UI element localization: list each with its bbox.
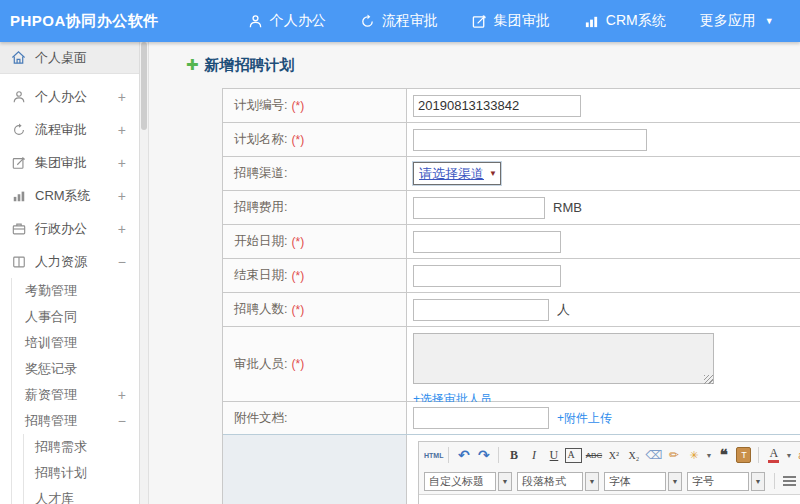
field-label: 招聘渠道: bbox=[223, 157, 407, 190]
sidebar-item-talent-pool[interactable]: 人才库 bbox=[24, 486, 139, 504]
expand-plus-icon[interactable]: + bbox=[118, 156, 126, 170]
sidebar-item-attendance[interactable]: 考勤管理 bbox=[12, 278, 139, 304]
sidebar-submenu-recruit: 招聘需求 招聘计划 人才库 bbox=[23, 434, 139, 504]
caret-down-icon[interactable]: ▼ bbox=[705, 452, 712, 459]
recruit-plan-form: 计划编号: (*) 计划名称: (*) bbox=[222, 88, 800, 504]
sidebar-item-label: 行政办公 bbox=[35, 220, 118, 238]
person-icon bbox=[248, 14, 263, 29]
sidebar-item-label: 集团审批 bbox=[35, 154, 118, 172]
caret-down-icon[interactable]: ▼ bbox=[668, 472, 682, 491]
expand-plus-icon[interactable]: + bbox=[118, 123, 126, 137]
headcount-input[interactable] bbox=[413, 299, 549, 321]
expand-plus-icon[interactable]: + bbox=[118, 388, 126, 402]
top-nav-label: 集团审批 bbox=[494, 12, 550, 30]
sidebar-item-hr-contract[interactable]: 人事合同 bbox=[12, 304, 139, 330]
sidebar-scrollbar[interactable] bbox=[140, 42, 149, 504]
attachment-input[interactable] bbox=[413, 407, 549, 429]
rich-text-editor: HTML ↶ ↷ B I U A ABC X² bbox=[418, 441, 800, 504]
start-date-input[interactable] bbox=[413, 231, 561, 253]
font-family-dropdown[interactable]: 字体 bbox=[604, 472, 666, 491]
caret-down-icon[interactable]: ▼ bbox=[498, 472, 512, 491]
field-cell: 人 bbox=[407, 293, 800, 326]
toolbar-separator bbox=[774, 473, 775, 489]
subscript-icon[interactable]: X₂ bbox=[624, 446, 643, 465]
redo-icon[interactable]: ↷ bbox=[474, 446, 493, 465]
collapse-minus-icon[interactable]: − bbox=[118, 255, 126, 269]
paste-plain-icon[interactable]: T bbox=[734, 446, 753, 465]
process-icon bbox=[10, 123, 27, 137]
plan-number-input[interactable] bbox=[413, 95, 581, 117]
scrollbar-thumb[interactable] bbox=[141, 42, 147, 130]
plan-name-input[interactable] bbox=[413, 129, 647, 151]
collapse-minus-icon[interactable]: − bbox=[118, 414, 126, 428]
sidebar-item-recruit-plan[interactable]: 招聘计划 bbox=[24, 460, 139, 486]
sidebar-item-label: CRM系统 bbox=[35, 187, 118, 205]
field-label: 开始日期: (*) bbox=[223, 225, 407, 258]
form-row-attachment: 附件文档: +附件上传 bbox=[223, 402, 800, 435]
caret-down-icon[interactable]: ▼ bbox=[785, 452, 792, 459]
unit-label: 人 bbox=[557, 301, 570, 319]
blockquote-icon[interactable]: ❝ bbox=[714, 446, 733, 465]
expand-plus-icon[interactable]: + bbox=[118, 189, 126, 203]
sidebar-item-salary[interactable]: 薪资管理 + bbox=[12, 382, 139, 408]
custom-title-dropdown[interactable]: 自定义标题 bbox=[424, 472, 496, 491]
eraser-icon[interactable]: ⌫ bbox=[644, 446, 663, 465]
field-label: 招聘费用: bbox=[223, 191, 407, 224]
sidebar-item-training[interactable]: 培训管理 bbox=[12, 330, 139, 356]
caret-down-icon[interactable]: ▼ bbox=[585, 472, 599, 491]
sidebar-item-reward-punish[interactable]: 奖惩记录 bbox=[12, 356, 139, 382]
expand-plus-icon[interactable]: + bbox=[118, 222, 126, 236]
cost-input[interactable] bbox=[413, 197, 545, 219]
char-border-icon[interactable]: A bbox=[564, 446, 583, 465]
editor-content-area[interactable] bbox=[419, 494, 800, 504]
strikethrough-icon[interactable]: ABC bbox=[584, 446, 603, 465]
resize-grip-icon[interactable] bbox=[704, 375, 713, 384]
sidebar-item-label: 考勤管理 bbox=[25, 282, 126, 300]
format-brush-icon[interactable]: ✏ bbox=[664, 446, 683, 465]
expand-plus-icon[interactable]: + bbox=[118, 90, 126, 104]
approvers-textarea[interactable] bbox=[413, 333, 714, 384]
title-bar: ✚ 新增招聘计划 bbox=[186, 42, 800, 88]
required-marker: (*) bbox=[291, 235, 304, 249]
form-row-channel: 招聘渠道: 请选择渠道 ▼ bbox=[223, 157, 800, 191]
chart-icon bbox=[10, 189, 27, 203]
top-nav-label: 流程审批 bbox=[382, 12, 438, 30]
sidebar-item-group-approval[interactable]: 集团审批 + bbox=[0, 146, 139, 179]
end-date-input[interactable] bbox=[413, 265, 561, 287]
sidebar-item-crm[interactable]: CRM系统 + bbox=[0, 179, 139, 212]
align-left-icon[interactable] bbox=[780, 472, 799, 491]
underline-icon[interactable]: U bbox=[544, 446, 563, 465]
channel-select[interactable]: 请选择渠道 ▼ bbox=[413, 162, 501, 185]
font-color-icon[interactable]: A bbox=[764, 446, 783, 465]
auto-typeset-icon[interactable]: ✳ bbox=[684, 446, 703, 465]
italic-icon[interactable]: I bbox=[524, 446, 543, 465]
caret-down-icon[interactable]: ▼ bbox=[751, 472, 765, 491]
bold-icon[interactable]: B bbox=[504, 446, 523, 465]
field-label: 审批人员: (*) bbox=[223, 327, 407, 401]
field-label: 计划编号: (*) bbox=[223, 89, 407, 122]
field-cell bbox=[407, 123, 800, 156]
font-size-dropdown[interactable]: 字号 bbox=[687, 472, 749, 491]
sidebar-item-label: 培训管理 bbox=[25, 334, 126, 352]
top-nav-personal-office[interactable]: 个人办公 bbox=[231, 12, 343, 30]
undo-icon[interactable]: ↶ bbox=[454, 446, 473, 465]
label-text: 计划编号: bbox=[234, 97, 287, 114]
sidebar-item-hr[interactable]: 人力资源 − bbox=[0, 245, 139, 278]
superscript-icon[interactable]: X² bbox=[604, 446, 623, 465]
sidebar-item-admin-office[interactable]: 行政办公 + bbox=[0, 212, 139, 245]
top-nav-crm[interactable]: CRM系统 bbox=[567, 12, 683, 30]
toolbar-separator bbox=[758, 447, 759, 463]
sidebar-item-process-approval[interactable]: 流程审批 + bbox=[0, 113, 139, 146]
html-source-button[interactable]: HTML bbox=[424, 446, 443, 465]
top-nav-more-apps[interactable]: 更多应用 ▼ bbox=[683, 12, 791, 30]
sidebar-item-desktop[interactable]: 个人桌面 bbox=[0, 42, 139, 74]
sidebar-item-recruit-demand[interactable]: 招聘需求 bbox=[24, 434, 139, 460]
highlight-icon[interactable]: ab bbox=[794, 446, 800, 465]
sidebar-item-recruit-mgmt[interactable]: 招聘管理 − bbox=[12, 408, 139, 434]
sidebar-item-personal-office[interactable]: 个人办公 + bbox=[0, 80, 139, 113]
top-nav-process-approval[interactable]: 流程审批 bbox=[343, 12, 455, 30]
paragraph-format-dropdown[interactable]: 段落格式 bbox=[517, 472, 583, 491]
upload-attachment-link[interactable]: +附件上传 bbox=[557, 410, 612, 427]
top-nav-group-approval[interactable]: 集团审批 bbox=[455, 12, 567, 30]
editor-toolbar-row-1: HTML ↶ ↷ B I U A ABC X² bbox=[419, 442, 800, 468]
